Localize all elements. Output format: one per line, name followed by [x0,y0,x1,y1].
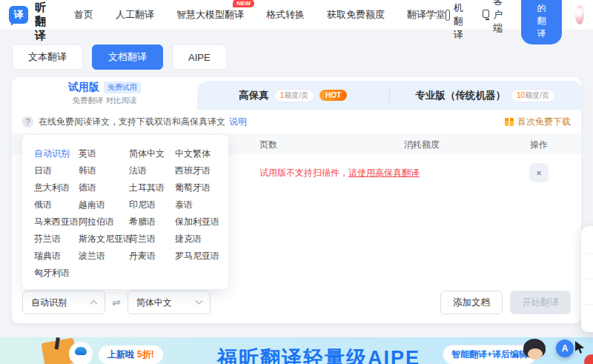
tab-文档翻译[interactable]: 文档翻译 [92,44,163,70]
user-avatar[interactable] [575,5,584,24]
language-option[interactable]: 英语 [79,145,129,162]
nav-item[interactable]: 获取免费额度 [327,8,385,21]
tab-AIPE[interactable]: AIPE [172,44,227,70]
add-document-button[interactable]: 添加文档 [440,291,503,314]
start-translate-button[interactable]: 开始翻译 [510,291,571,314]
language-option[interactable]: 斯洛文尼亚语 [79,231,129,248]
navbar: 译 福昕翻译 首页人工翻译智慧大模型翻译NEW格式转换获取免费额度翻译学堂 手机… [0,0,593,30]
brand-logo-icon[interactable]: 译 [9,6,28,24]
translate-controls: 自动识别 ⇌ 简体中文 添加文档 开始翻译 [22,291,571,314]
promo-discount: 5折! [137,349,154,360]
language-option[interactable]: 瑞典语 [34,248,79,265]
promo-banner[interactable]: 上新啦5折! 福昕翻译轻量级AIPE 智能翻译+译后编辑 [0,337,593,364]
hifi-title: 高保真 [239,89,269,102]
nav-items: 首页人工翻译智慧大模型翻译NEW格式转换获取免费额度翻译学堂 [74,8,445,21]
mobile-translate-label: 手机翻译 [454,0,469,42]
banner-feature-pill: 智能翻译+译后编辑 [443,345,537,364]
language-option[interactable]: 意大利语 [34,179,79,196]
notice-detail-link[interactable]: 说明 [229,116,247,128]
language-option[interactable]: 土耳其语 [129,179,175,196]
desktop-client-link[interactable]: 客户端 [483,0,508,35]
float-toolbar: ✎反馈?网页☎客服⇓下载 [581,226,593,332]
language-option[interactable]: 罗马尼亚语 [175,248,224,265]
language-option[interactable]: 荷兰语 [129,231,175,248]
language-option[interactable]: 保加利亚语 [175,214,224,231]
source-language-value: 自动识别 [31,297,67,309]
col-header-pages: 页数 [259,139,277,151]
language-option[interactable]: 韩语 [79,162,129,179]
language-option[interactable]: 匈牙利语 [34,265,79,282]
new-badge: NEW [233,0,254,7]
language-option[interactable]: 德语 [79,179,129,196]
pro-price-pill: 10额度/页 [511,89,555,102]
float-tool-item[interactable]: ✎反馈 [585,229,593,254]
mobile-translate-link[interactable]: 手机翻译 [445,0,469,42]
language-option[interactable]: 日语 [34,162,79,179]
language-option[interactable]: 印尼语 [129,196,175,214]
nav-item[interactable]: 智慧大模型翻译NEW [176,8,244,21]
language-option[interactable]: 芬兰语 [34,231,79,248]
nav-item[interactable]: 翻译学堂 [407,8,445,21]
brand-name: 福昕翻译 [35,0,49,43]
language-option[interactable]: 法语 [129,162,175,179]
notice-text: 在线免费阅读译文，支持下载双语和高保真译文 [39,116,225,128]
pro-title: 专业版（传统机器） [416,89,506,102]
monitor-icon [483,10,489,18]
hifi-price-pill: 1额度/页 [274,89,314,102]
language-option[interactable]: 中文繁体 [175,145,224,162]
plan-header: 试用版 免费试用 免费翻译 对比阅读 高保真 1额度/页 HOT 专业版（传统机… [12,77,581,110]
assistant-button[interactable]: A [556,340,574,357]
my-translations-button[interactable]: 我的翻译 [521,0,562,44]
trial-title: 试用版 [68,81,99,94]
use-hifi-link[interactable]: 请使用高保真翻译 [348,168,420,178]
first-free-download[interactable]: 首次免费下载 [505,116,571,128]
language-option[interactable]: 越南语 [79,196,129,214]
plan-tab-hifi[interactable]: 高保真 1额度/页 HOT [197,89,389,102]
float-tool-item[interactable]: ⇓下载 [585,305,593,329]
page: 译 福昕翻译 首页人工翻译智慧大模型翻译NEW格式转换获取免费额度翻译学堂 手机… [0,0,593,364]
language-grid: 自动识别英语简体中文中文繁体日语韩语法语西班牙语意大利语德语土耳其语葡萄牙语俄语… [34,145,224,282]
tab-文本翻译[interactable]: 文本翻译 [12,44,83,70]
chevron-up-icon [90,300,98,307]
nav-item[interactable]: 人工翻译 [116,8,154,21]
target-language-value: 简体中文 [136,297,172,309]
col-header-quota: 消耗额度 [404,139,440,151]
language-option[interactable]: 俄语 [34,196,79,214]
swap-languages-icon[interactable]: ⇌ [112,297,121,308]
promo-pill: 上新啦5折! [99,345,163,364]
language-option[interactable]: 西班牙语 [175,162,224,179]
language-option[interactable]: 自动识别 [34,145,79,162]
language-dropdown-panel: 自动识别英语简体中文中文繁体日语韩语法语西班牙语意大利语德语土耳其语葡萄牙语俄语… [22,135,228,289]
error-text: 试用版不支持扫描件， [259,168,348,178]
language-option[interactable]: 希腊语 [129,214,175,231]
hot-badge: HOT [319,90,347,101]
promo-prefix: 上新啦 [107,349,134,360]
col-header-action: 操作 [530,139,548,151]
banner-title: 福昕翻译轻量级AIPE [217,345,420,364]
plan-tab-trial[interactable]: 试用版 免费试用 免费翻译 对比阅读 [12,77,197,110]
float-tool-item[interactable]: ☎客服 [585,279,593,305]
language-option[interactable]: 丹麦语 [129,248,175,265]
language-option[interactable]: 简体中文 [129,145,175,162]
language-option[interactable]: 葡萄牙语 [175,179,224,196]
phone-icon [445,10,450,21]
language-option[interactable]: 泰语 [175,196,224,214]
nav-item[interactable]: 格式转换 [266,8,305,21]
plan-tabs-rest: 高保真 1额度/页 HOT 专业版（传统机器） 10额度/页 [197,81,581,110]
source-language-select[interactable]: 自动识别 [22,291,105,314]
language-option[interactable]: 阿拉伯语 [79,214,129,231]
person-face-graphic [528,348,543,360]
nav-item[interactable]: 首页 [74,8,93,21]
language-option[interactable]: 马来西亚语 [34,214,79,231]
plan-tab-pro[interactable]: 专业版（传统机器） 10额度/页 [390,89,582,102]
trial-subtitle: 免费翻译 对比阅读 [73,96,137,106]
language-option[interactable]: 波兰语 [79,248,129,265]
language-option[interactable]: 捷克语 [175,231,224,248]
navbar-right: 手机翻译 客户端 我的翻译 [445,0,584,44]
scan-error-message: 试用版不支持扫描件，请使用高保真翻译 [259,167,420,179]
first-free-download-label: 首次免费下载 [517,116,571,128]
help-icon[interactable]: ? [22,116,33,128]
float-tool-item[interactable]: ?网页 [585,254,593,279]
remove-file-button[interactable]: × [529,163,549,182]
target-language-select[interactable]: 简体中文 [127,291,211,314]
